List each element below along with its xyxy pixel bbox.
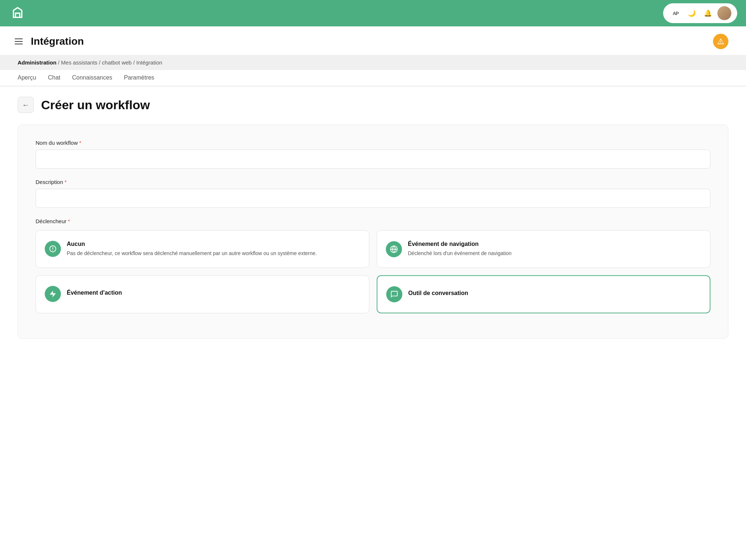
page-title-row: Intégration	[0, 26, 746, 55]
breadcrumb-text: Administration / Mes assistants / chatbo…	[18, 59, 162, 66]
workflow-title: Créer un workflow	[41, 98, 150, 112]
action-text: Événement d'action	[67, 290, 122, 298]
header-controls: AP 🌙 🔔	[663, 3, 737, 23]
title-left: Intégration	[15, 36, 84, 47]
aucun-layout: Aucun Pas de déclencheur, ce workflow se…	[45, 241, 360, 257]
navigation-title: Événement de navigation	[408, 241, 512, 247]
translate-icon[interactable]: AP	[669, 7, 682, 20]
main-container: Intégration Administration / Mes assista…	[0, 26, 746, 560]
breadcrumb-assistants[interactable]: Mes assistants	[61, 59, 97, 66]
nav-layout: Événement de navigation Déclenché lors d…	[386, 241, 701, 257]
nom-input[interactable]	[36, 150, 710, 169]
breadcrumb-admin[interactable]: Administration	[18, 59, 56, 66]
workflow-header: ← Créer un workflow	[18, 97, 728, 113]
avatar-image	[717, 6, 731, 20]
declencheur-label: Déclencheur *	[36, 218, 710, 224]
trigger-grid: Aucun Pas de déclencheur, ce workflow se…	[36, 230, 710, 313]
breadcrumb-sep2: /	[99, 59, 102, 66]
tab-parametres[interactable]: Paramètres	[124, 74, 154, 86]
nom-label: Nom du workflow *	[36, 140, 710, 146]
breadcrumb-chatbot[interactable]: chatbot web	[102, 59, 132, 66]
trigger-conversation[interactable]: Outil de conversation	[377, 275, 710, 313]
navigation-text: Événement de navigation Déclenché lors d…	[408, 241, 512, 257]
aucun-text: Aucun Pas de déclencheur, ce workflow se…	[67, 241, 317, 257]
breadcrumb: Administration / Mes assistants / chatbo…	[0, 55, 746, 70]
notifications-icon[interactable]: 🔔	[701, 7, 714, 20]
content-area: ← Créer un workflow Nom du workflow * De…	[0, 86, 746, 356]
breadcrumb-integration[interactable]: Intégration	[136, 59, 162, 66]
action-icon	[45, 286, 61, 302]
aucun-desc: Pas de déclencheur, ce workflow sera déc…	[67, 250, 317, 257]
hamburger-menu[interactable]	[15, 36, 25, 47]
declencheur-required-star: *	[68, 218, 70, 224]
trigger-aucun[interactable]: Aucun Pas de déclencheur, ce workflow se…	[36, 230, 369, 268]
nom-field-group: Nom du workflow *	[36, 140, 710, 169]
trigger-action[interactable]: Événement d'action	[36, 275, 369, 313]
logo[interactable]	[9, 4, 26, 22]
action-title: Événement d'action	[67, 290, 122, 296]
conv-layout: Outil de conversation	[386, 286, 701, 302]
conversation-icon	[386, 286, 402, 302]
conversation-title: Outil de conversation	[408, 290, 468, 296]
back-button[interactable]: ←	[18, 97, 34, 113]
tabs-row: Aperçu Chat Connaissances Paramètres	[0, 70, 746, 86]
navigation-desc: Déclenché lors d'un événement de navigat…	[408, 250, 512, 257]
header-bar: AP 🌙 🔔	[0, 0, 746, 26]
navigation-icon	[386, 241, 402, 257]
aucun-title: Aucun	[67, 241, 317, 247]
description-label: Description *	[36, 179, 710, 185]
tab-connaissances[interactable]: Connaissances	[72, 74, 112, 86]
description-field-group: Description *	[36, 179, 710, 208]
alert-button[interactable]	[713, 34, 728, 49]
trigger-navigation[interactable]: Événement de navigation Déclenché lors d…	[377, 230, 710, 268]
declencheur-field-group: Déclencheur *	[36, 218, 710, 313]
nom-required-star: *	[79, 140, 81, 146]
aucun-icon	[45, 241, 61, 257]
page-title: Intégration	[31, 36, 84, 47]
description-input[interactable]	[36, 189, 710, 208]
tab-chat[interactable]: Chat	[48, 74, 61, 86]
avatar[interactable]	[717, 6, 731, 20]
form-card: Nom du workflow * Description * Déclench…	[18, 125, 728, 339]
tab-apercu[interactable]: Aperçu	[18, 74, 36, 86]
description-required-star: *	[65, 179, 66, 185]
dark-mode-icon[interactable]: 🌙	[685, 7, 698, 20]
action-layout: Événement d'action	[45, 286, 360, 302]
conversation-text: Outil de conversation	[408, 290, 468, 299]
